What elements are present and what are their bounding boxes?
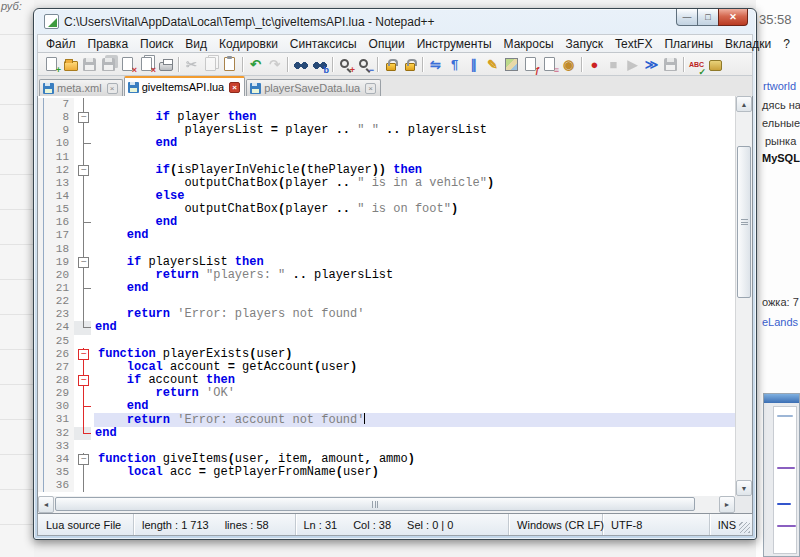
- zoom-in-icon[interactable]: +: [336, 55, 355, 74]
- macro-run-multiple-icon[interactable]: ≫: [642, 55, 661, 74]
- fold-collapse-icon[interactable]: −: [74, 256, 94, 269]
- spell-check-icon[interactable]: ABC✓: [687, 55, 706, 74]
- code-line-24[interactable]: 24end: [38, 321, 735, 334]
- close-file-icon[interactable]: ×: [118, 55, 137, 74]
- tab-playerSaveData.lua[interactable]: playerSaveData.lua×: [246, 79, 381, 96]
- menu-item-7[interactable]: Инструменты: [411, 35, 498, 53]
- scroll-left-arrow-icon[interactable]: ◄: [38, 496, 54, 513]
- find-icon[interactable]: [291, 55, 310, 74]
- function-list-icon[interactable]: ƒ: [521, 55, 540, 74]
- tab-giveItemsAPI.lua[interactable]: giveItemsAPI.lua×: [124, 76, 246, 96]
- code-line-32[interactable]: 32end: [38, 427, 735, 440]
- undo-icon[interactable]: ↶: [246, 55, 265, 74]
- document-map-icon[interactable]: [502, 55, 521, 74]
- menu-item-10[interactable]: TextFX: [609, 35, 658, 53]
- file-monitoring-icon[interactable]: ◉: [559, 55, 578, 74]
- status-typing-mode[interactable]: INS: [718, 519, 736, 531]
- code-text[interactable]: end: [94, 216, 735, 229]
- menu-item-help[interactable]: ?: [777, 35, 796, 53]
- line-number: 14: [44, 190, 74, 203]
- status-encoding[interactable]: UTF-8: [611, 519, 642, 531]
- code-line-21[interactable]: 21 end: [38, 282, 735, 295]
- tab-close-icon[interactable]: ×: [229, 82, 240, 93]
- fold-collapse-icon[interactable]: −: [74, 453, 94, 466]
- tab-close-icon[interactable]: ×: [107, 83, 118, 94]
- code-editor[interactable]: 78− if player then9 playersList = player…: [38, 96, 735, 496]
- paste-icon[interactable]: [220, 55, 239, 74]
- code-text[interactable]: return 'Error: account not found': [94, 413, 735, 426]
- fold-collapse-icon[interactable]: −: [74, 348, 94, 361]
- code-text[interactable]: end: [94, 400, 735, 413]
- horizontal-scrollbar[interactable]: ◄ ►: [38, 496, 735, 513]
- code-line-31[interactable]: 31 return 'Error: account not found': [38, 413, 735, 426]
- code-line-36[interactable]: 36: [38, 479, 735, 492]
- line-number: 36: [44, 479, 74, 492]
- menu-item-2[interactable]: Поиск: [134, 35, 179, 53]
- horizontal-scrollbar-thumb[interactable]: [55, 497, 695, 511]
- fold-collapse-icon[interactable]: −: [74, 164, 94, 177]
- code-text[interactable]: return 'OK': [94, 387, 735, 400]
- macro-record-icon[interactable]: ●: [585, 55, 604, 74]
- menu-item-8[interactable]: Макросы: [498, 35, 560, 53]
- new-file-icon[interactable]: +: [42, 55, 61, 74]
- plugin-icon[interactable]: [706, 55, 725, 74]
- status-eol-format[interactable]: Windows (CR LF): [517, 519, 604, 531]
- close-all-icon[interactable]: ×: [137, 55, 156, 74]
- code-line-23[interactable]: 23 return 'Error: players not found': [38, 308, 735, 321]
- code-text[interactable]: end: [94, 229, 735, 242]
- word-wrap-icon[interactable]: ⇋: [426, 55, 445, 74]
- code-text[interactable]: end: [91, 427, 735, 440]
- scroll-right-arrow-icon[interactable]: ►: [719, 496, 735, 513]
- background-left-text: руб:: [1, 0, 22, 12]
- document-list-icon[interactable]: ≡: [540, 55, 559, 74]
- print-icon[interactable]: [156, 55, 175, 74]
- close-button[interactable]: ✕: [718, 9, 748, 26]
- menu-item-1[interactable]: Правка: [82, 35, 135, 53]
- code-text[interactable]: outputChatBox(player .. " is in a vehicl…: [94, 177, 735, 190]
- menu-item-0[interactable]: Файл: [40, 35, 82, 53]
- show-all-characters-icon[interactable]: ¶: [445, 55, 464, 74]
- menu-item-5[interactable]: Синтаксисы: [284, 35, 363, 53]
- show-indent-guide-icon[interactable]: ∥: [464, 55, 483, 74]
- sync-horizontal-scroll-icon[interactable]: [400, 55, 419, 74]
- status-lines: lines : 58: [225, 519, 269, 531]
- sync-vertical-scroll-icon[interactable]: [381, 55, 400, 74]
- menu-item-6[interactable]: Опции: [363, 35, 411, 53]
- code-text[interactable]: return "players: " .. playersList: [94, 269, 735, 282]
- open-file-icon[interactable]: [61, 55, 80, 74]
- code-line-10[interactable]: 10 end: [38, 137, 735, 150]
- code-text[interactable]: end: [94, 137, 735, 150]
- scroll-up-arrow-icon[interactable]: ▲: [736, 96, 752, 112]
- menu-item-9[interactable]: Запуск: [560, 35, 610, 53]
- code-text[interactable]: playersList = player .. " " .. playersLi…: [94, 124, 735, 137]
- user-defined-dialog-icon[interactable]: ✎: [483, 55, 502, 74]
- tab-meta.xml[interactable]: meta.xml×: [39, 79, 123, 96]
- scroll-down-arrow-icon[interactable]: ▼: [736, 480, 752, 496]
- menu-item-12[interactable]: Вкладки: [719, 35, 777, 53]
- zoom-out-icon[interactable]: −: [355, 55, 374, 74]
- vertical-scrollbar[interactable]: ▲ ▼: [735, 96, 752, 496]
- code-text[interactable]: end: [91, 321, 735, 334]
- menu-item-3[interactable]: Вид: [179, 35, 213, 53]
- fold-collapse-icon[interactable]: −: [74, 374, 94, 387]
- tab-close-icon[interactable]: ×: [365, 83, 376, 94]
- minimize-button[interactable]: —: [676, 9, 698, 26]
- fold-collapse-icon[interactable]: −: [74, 111, 94, 124]
- title-bar[interactable]: C:\Users\Vital\AppData\Local\Temp\_tc\gi…: [37, 9, 753, 34]
- menu-item-4[interactable]: Кодировки: [213, 35, 284, 53]
- vertical-scrollbar-thumb[interactable]: [737, 146, 751, 298]
- code-line-17[interactable]: 17 end: [38, 229, 735, 242]
- menu-item-11[interactable]: Плагины: [658, 35, 719, 53]
- resize-grip[interactable]: [739, 522, 750, 533]
- code-line-30[interactable]: 30 end: [38, 400, 735, 413]
- code-line-35[interactable]: 35 local acc = getPlayerFromName(user): [38, 466, 735, 479]
- code-text[interactable]: return 'Error: players not found': [94, 308, 735, 321]
- code-text[interactable]: local acc = getPlayerFromName(user): [94, 466, 735, 479]
- code-text[interactable]: outputChatBox(player .. " is on foot"): [94, 203, 735, 216]
- maximize-button[interactable]: □: [697, 9, 719, 26]
- code-text[interactable]: [94, 479, 735, 492]
- tab-label: meta.xml: [57, 82, 102, 94]
- replace-icon[interactable]: b: [310, 55, 329, 74]
- menu-close-button[interactable]: X: [796, 38, 800, 50]
- code-text[interactable]: end: [94, 282, 735, 295]
